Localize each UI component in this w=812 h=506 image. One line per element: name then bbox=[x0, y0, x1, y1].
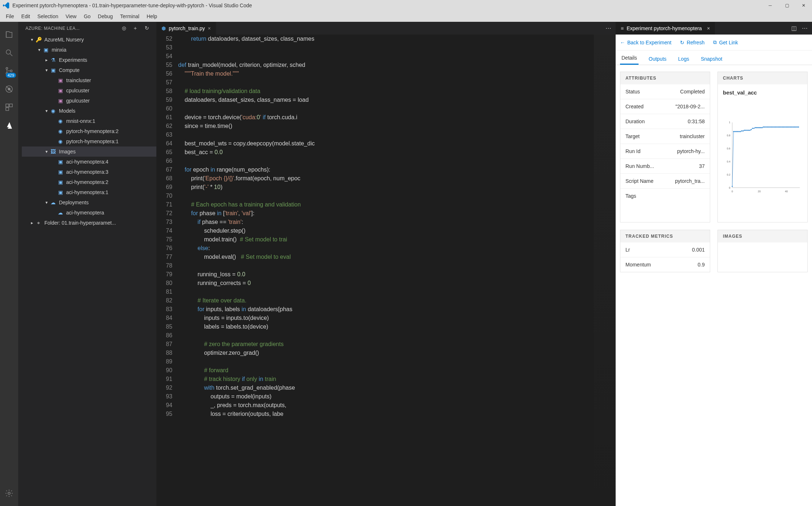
tree-item[interactable]: ▣gpulcuster bbox=[22, 96, 156, 106]
activitybar: 429 bbox=[0, 22, 18, 506]
explorer-icon[interactable] bbox=[0, 25, 18, 44]
tree-item[interactable]: ▣traincluster bbox=[22, 75, 156, 85]
tree-item[interactable]: ▣cpulcuster bbox=[22, 85, 156, 96]
panel-command-bar: ←Back to Experiment ↻Refresh ⧉Get Link bbox=[616, 35, 812, 51]
kv-row: Script Namepytorch_tra... bbox=[620, 174, 710, 189]
close-icon[interactable]: × bbox=[707, 25, 710, 31]
source-control-icon[interactable]: 429 bbox=[0, 62, 18, 80]
editor-more-icon[interactable]: ⋯ bbox=[605, 25, 616, 32]
tree-item[interactable]: ▾▣Compute bbox=[22, 65, 156, 75]
panel-tab[interactable]: ≡ Experiment pytorch-hymenoptera × bbox=[616, 22, 715, 35]
subtab-snapshot[interactable]: Snapshot bbox=[699, 53, 724, 65]
maximize-button[interactable]: ▢ bbox=[779, 0, 795, 11]
tree-item[interactable]: ▾🔑AzureML Nursery bbox=[22, 35, 156, 45]
subtab-details[interactable]: Details bbox=[620, 52, 639, 65]
search-icon[interactable] bbox=[0, 44, 18, 62]
menu-terminal[interactable]: Terminal bbox=[116, 13, 143, 19]
back-button[interactable]: ←Back to Experiment bbox=[620, 40, 671, 45]
settings-icon[interactable] bbox=[0, 484, 18, 502]
tree-node-icon: 🖼 bbox=[49, 149, 57, 154]
tree-item[interactable]: ◉pytorch-hymenoptera:2 bbox=[22, 126, 156, 136]
svg-point-5 bbox=[8, 88, 10, 90]
menu-file[interactable]: File bbox=[2, 13, 18, 19]
tree-node-icon: ▣ bbox=[49, 67, 57, 73]
svg-point-67 bbox=[794, 126, 795, 128]
titlebar: Experiment pytorch-hymenoptera - 01.trai… bbox=[0, 0, 812, 11]
kv-value: "2018-09-2... bbox=[676, 104, 705, 109]
chevron-icon: ▾ bbox=[44, 68, 49, 73]
tree-label: gpulcuster bbox=[66, 98, 90, 104]
tree-item[interactable]: ▾▣minxia bbox=[22, 45, 156, 55]
menu-debug[interactable]: Debug bbox=[94, 13, 116, 19]
tree-item[interactable]: ▾◉Models bbox=[22, 106, 156, 116]
tree-item[interactable]: ◉pytorch-hymenoptera:1 bbox=[22, 136, 156, 146]
kv-row: Targettraincluster bbox=[620, 129, 710, 144]
tree-node-icon: ▣ bbox=[57, 179, 64, 185]
experiment-panel: ≡ Experiment pytorch-hymenoptera × ◫ ⋯ ←… bbox=[616, 22, 812, 506]
azure-icon[interactable] bbox=[0, 116, 18, 134]
best-val-acc-chart: 00.20.40.60.8102040 bbox=[723, 99, 802, 216]
sidebar-title: AZURE: MACHINE LEA... bbox=[25, 26, 80, 31]
tree-node-icon: ▣ bbox=[57, 159, 64, 165]
panel-subtabs: DetailsOutputsLogsSnapshot bbox=[616, 51, 812, 65]
more-icon[interactable]: ⋯ bbox=[802, 25, 808, 32]
menu-view[interactable]: View bbox=[62, 13, 80, 19]
menubar: FileEditSelectionViewGoDebugTerminalHelp bbox=[0, 11, 812, 22]
get-link-button[interactable]: ⧉Get Link bbox=[713, 39, 738, 45]
minimap[interactable] bbox=[594, 35, 616, 506]
menu-selection[interactable]: Selection bbox=[34, 13, 62, 19]
close-icon[interactable]: × bbox=[208, 25, 211, 31]
tree-node-icon: ▣ bbox=[57, 98, 64, 104]
tree-item[interactable]: ▸⚗Experiments bbox=[22, 55, 156, 65]
kv-key: Run Id bbox=[625, 148, 677, 154]
sidebar-action-refresh-icon[interactable]: ↻ bbox=[145, 25, 149, 32]
tree-node-icon: ◉ bbox=[57, 118, 64, 124]
subtab-outputs[interactable]: Outputs bbox=[647, 53, 668, 65]
tree-item[interactable]: ▸⌖Folder: 01.train-hyperparamet... bbox=[22, 218, 156, 228]
tree-item[interactable]: ▣aci-hymenoptera:4 bbox=[22, 157, 156, 167]
debug-icon[interactable] bbox=[0, 80, 18, 98]
tree-node-icon: ▣ bbox=[42, 47, 49, 53]
attributes-header: ATTRIBUTES bbox=[620, 72, 710, 84]
editor-tab-label: pytorch_train.py bbox=[169, 25, 205, 31]
kv-row: Run Idpytorch-hy... bbox=[620, 144, 710, 159]
svg-point-30 bbox=[744, 130, 745, 131]
chevron-icon: ▾ bbox=[44, 200, 49, 205]
editor-tab[interactable]: ⬢ pytorch_train.py × bbox=[156, 22, 216, 35]
menu-edit[interactable]: Edit bbox=[18, 13, 34, 19]
svg-point-56 bbox=[779, 126, 780, 128]
tree-node-icon: ⚗ bbox=[49, 57, 57, 63]
tree-item[interactable]: ▾☁Deployments bbox=[22, 197, 156, 208]
sidebar: AZURE: MACHINE LEA... ◎ ＋ ↻ ▾🔑AzureML Nu… bbox=[18, 22, 156, 506]
tree-item[interactable]: ☁aci-hymenoptera bbox=[22, 208, 156, 218]
svg-point-61 bbox=[786, 126, 787, 128]
sidebar-action-target-icon[interactable]: ◎ bbox=[122, 25, 127, 32]
tree-label: Compute bbox=[59, 67, 80, 73]
svg-point-43 bbox=[761, 127, 763, 128]
tree-item[interactable]: ▣aci-hymenoptera:3 bbox=[22, 167, 156, 177]
menu-go[interactable]: Go bbox=[80, 13, 94, 19]
kv-key: Run Numb... bbox=[625, 163, 699, 169]
minimize-button[interactable]: ─ bbox=[762, 0, 779, 11]
tree-item[interactable]: ▾🖼Images bbox=[22, 146, 156, 157]
chevron-icon: ▾ bbox=[29, 37, 35, 42]
svg-point-62 bbox=[787, 126, 788, 128]
tree-item[interactable]: ▣aci-hymenoptera:1 bbox=[22, 187, 156, 197]
extensions-icon[interactable] bbox=[0, 98, 18, 116]
refresh-icon: ↻ bbox=[680, 40, 684, 45]
tree-label: aci-hymenoptera bbox=[66, 210, 104, 216]
menu-help[interactable]: Help bbox=[143, 13, 161, 19]
subtab-logs[interactable]: Logs bbox=[677, 53, 691, 65]
svg-text:0: 0 bbox=[732, 190, 733, 193]
close-button[interactable]: ✕ bbox=[795, 0, 812, 11]
preview-icon: ≡ bbox=[621, 25, 624, 31]
tree-item[interactable]: ◉mnist-onnx:1 bbox=[22, 116, 156, 126]
images-card: IMAGES bbox=[717, 230, 808, 272]
sidebar-action-add-icon[interactable]: ＋ bbox=[133, 25, 138, 32]
refresh-button[interactable]: ↻Refresh bbox=[680, 40, 704, 45]
tree-node-icon: ⌖ bbox=[35, 220, 42, 226]
code-editor[interactable]: 5253545556575859606162636465666768697071… bbox=[156, 35, 616, 506]
tree-item[interactable]: ▣aci-hymenoptera:2 bbox=[22, 177, 156, 187]
split-editor-icon[interactable]: ◫ bbox=[791, 25, 797, 32]
svg-rect-7 bbox=[9, 104, 12, 107]
